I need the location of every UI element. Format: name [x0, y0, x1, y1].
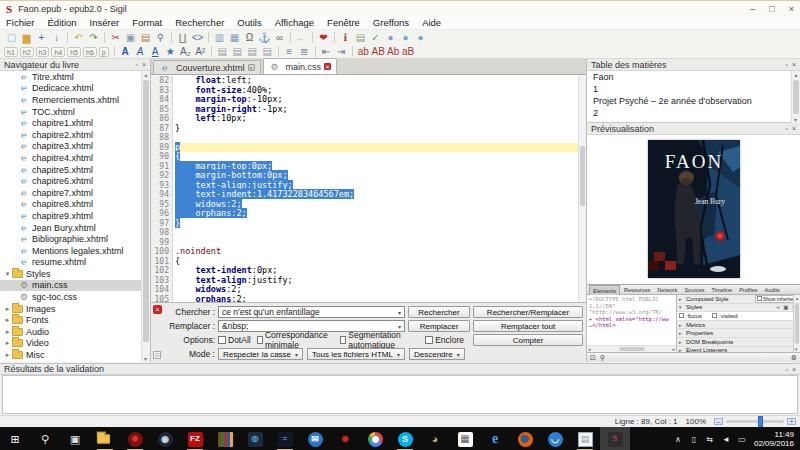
heading-h3-button[interactable]: h3: [36, 47, 50, 57]
strikethrough-icon[interactable]: ★: [163, 45, 178, 58]
copy-icon[interactable]: ▣: [123, 31, 138, 44]
mode-descendre[interactable]: Descendre▾: [409, 348, 465, 360]
close-button[interactable]: ×: [789, 4, 794, 14]
clip2-icon[interactable]: ●: [398, 31, 413, 44]
option-dotall[interactable]: DotAll: [218, 330, 251, 350]
special-character-icon[interactable]: Ω: [242, 31, 257, 44]
close-panel-icon[interactable]: ×: [792, 366, 796, 373]
tree-item-toc-xhtml[interactable]: ℮TOC.xhtml: [0, 106, 141, 118]
inspector-hscrollbar[interactable]: ◂▸: [587, 345, 676, 352]
subscript-icon[interactable]: A₂: [178, 45, 193, 58]
menu-dition[interactable]: Édition: [48, 17, 77, 28]
tree-item-misc[interactable]: ▸Misc: [0, 349, 141, 361]
code-line[interactable]: 88: [151, 133, 586, 143]
inspector-dom-pane[interactable]: <!DOCTYPE html PUBLIC1.1//EN""http://www…: [587, 295, 677, 352]
heading-h2-button[interactable]: h2: [20, 47, 34, 57]
cut-icon[interactable]: ✂: [108, 31, 123, 44]
tree-item-titre-xhtml[interactable]: ℮Titre.xhtml: [0, 71, 141, 83]
inspector-section-computed-style[interactable]: ▸Computed StyleShow inherited: [677, 295, 800, 304]
firefox-icon[interactable]: [510, 427, 540, 450]
console-toggle-icon[interactable]: ⊡: [590, 354, 596, 362]
menu-outils[interactable]: Outils: [237, 17, 261, 28]
inspector-vscrollbar[interactable]: ▴▾: [793, 295, 800, 352]
minimize-button[interactable]: –: [750, 4, 755, 14]
ebook-app-icon[interactable]: ≈: [270, 427, 300, 450]
italic-icon[interactable]: A: [133, 45, 148, 58]
open-file-icon[interactable]: ▆: [19, 31, 34, 44]
find-close-button[interactable]: ×: [153, 305, 162, 314]
new-file-icon[interactable]: ▢: [4, 31, 19, 44]
align-left-icon[interactable]: ▤: [215, 45, 230, 58]
donate-icon[interactable]: ❤: [316, 31, 331, 44]
red-claw-icon[interactable]: ✸: [330, 427, 360, 450]
case-toggle-icon[interactable]: aB: [401, 45, 416, 58]
edge-icon[interactable]: e: [480, 427, 510, 450]
tree-item-chapitre4-xhtml[interactable]: ℮chapitre4.xhtml: [0, 152, 141, 164]
tree-item-chapitre8-xhtml[interactable]: ℮chapitre8.xhtml: [0, 199, 141, 211]
anchor-icon[interactable]: ⚓: [257, 31, 272, 44]
notepad-icon[interactable]: ▤: [570, 427, 600, 450]
heading-p-button[interactable]: p: [99, 47, 109, 57]
link-icon[interactable]: ∞: [272, 31, 287, 44]
menu-fichier[interactable]: Fichier: [6, 17, 35, 28]
tray-expand-icon[interactable]: ∧: [670, 435, 686, 444]
book-browser-scrollbar[interactable]: ▴▾: [141, 71, 150, 362]
split-section-icon[interactable]: ∐: [175, 31, 190, 44]
redo-icon[interactable]: ↷: [86, 31, 101, 44]
chevron-down-icon[interactable]: ▾: [398, 309, 401, 316]
start-button[interactable]: ⊞: [0, 427, 30, 450]
toc-entry-1[interactable]: 1: [587, 83, 800, 95]
mode-tous-les-fichiers-html[interactable]: Tous les fichiers HTML▾: [307, 348, 405, 360]
code-editor[interactable]: 82 float:left;83 font-size:400%;84 margi…: [151, 76, 586, 302]
checkbox-icon[interactable]: [679, 313, 684, 318]
find-input[interactable]: ce n'est qu'un enfantillage▾: [218, 306, 405, 318]
option-correspondance-minimale[interactable]: Correspondance minimale: [257, 330, 334, 350]
numbered-list-icon[interactable]: ≣: [297, 45, 312, 58]
code-line[interactable]: 105 orphans:2;: [151, 295, 586, 303]
insert-file-icon[interactable]: ▥: [212, 31, 227, 44]
zoom-out-button[interactable]: –: [714, 418, 723, 425]
tree-item-resume-xhtml[interactable]: ℮resume.xhtml: [0, 257, 141, 269]
clip1-icon[interactable]: ●: [383, 31, 398, 44]
float-panel-icon[interactable]: ▫: [135, 61, 137, 68]
inspector-tab-elements[interactable]: Elements: [589, 285, 620, 295]
inspector-section-properties[interactable]: ▸Properties: [677, 329, 800, 338]
case-lower-icon[interactable]: ab: [356, 45, 371, 58]
menu-ins-rer[interactable]: Insérer: [90, 17, 120, 28]
gear-icon[interactable]: ⚙: [791, 354, 797, 362]
tree-item-chapitre9-xhtml[interactable]: ℮chapitre9.xhtml: [0, 210, 141, 222]
inspector-tab-network[interactable]: Network: [654, 285, 680, 295]
bullet-list-icon[interactable]: ≡: [282, 45, 297, 58]
menu-aide[interactable]: Aide: [422, 17, 441, 28]
close-panel-icon[interactable]: ×: [792, 125, 796, 132]
metadata-icon[interactable]: ℹ: [338, 31, 353, 44]
volume-icon[interactable]: ◄: [718, 435, 734, 444]
case-title-icon[interactable]: Ab: [386, 45, 401, 58]
search-icon[interactable]: ⚲: [30, 427, 60, 450]
replace-all-button[interactable]: Remplacer tout: [473, 320, 583, 332]
code-line[interactable]: 86 left:10px;: [151, 114, 586, 124]
menu-rechercher[interactable]: Rechercher: [175, 17, 224, 28]
index-icon[interactable]: ▤: [353, 31, 368, 44]
validation-results[interactable]: [2, 375, 798, 414]
inspector-search-icon[interactable]: ⚲: [600, 354, 605, 362]
tab-main-css[interactable]: ⚙main.css×: [263, 58, 338, 74]
indent-icon[interactable]: ⇥: [334, 45, 349, 58]
toc-entry-faon[interactable]: Faon: [587, 71, 800, 83]
inspector-section-metrics[interactable]: ▸Metrics: [677, 321, 800, 330]
find-button[interactable]: Rechercher: [408, 306, 470, 318]
inspector-section-styles[interactable]: ▾Styles+ ▣ ⚙: [677, 304, 800, 313]
mode-respecter-la-casse[interactable]: Respecter la casse▾: [218, 348, 303, 360]
tab-couverture-xhtml[interactable]: ℮Couverture.xhtml×: [153, 60, 261, 74]
tree-item-main-css[interactable]: ⚙main.css: [0, 280, 141, 292]
tree-item-chapitre2-xhtml[interactable]: ℮chapitre2.xhtml: [0, 129, 141, 141]
qbittorrent-icon[interactable]: ◡: [540, 427, 570, 450]
heading-h1-button[interactable]: h1: [4, 47, 18, 57]
checkbox-icon[interactable]: [218, 336, 226, 344]
task-view-icon[interactable]: ▣: [60, 427, 90, 450]
tree-item-images[interactable]: ▸Images: [0, 303, 141, 315]
close-panel-icon[interactable]: ×: [142, 61, 146, 68]
inspector-tab-sources[interactable]: Sources: [681, 285, 707, 295]
filezilla-icon[interactable]: FZ: [180, 427, 210, 450]
superscript-icon[interactable]: A²: [193, 45, 208, 58]
